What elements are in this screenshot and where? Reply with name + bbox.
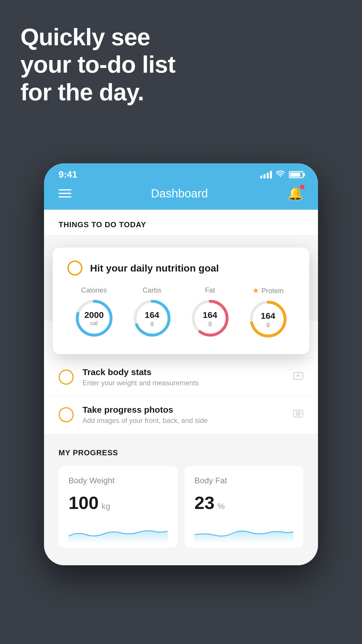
nutrition-fat: Fat 164 g xyxy=(190,286,231,340)
calories-value: 2000 xyxy=(84,310,104,320)
weight-value-row: 100 kg xyxy=(68,492,168,513)
nutrition-protein: ★ Protein 164 g xyxy=(248,286,289,340)
calories-unit: cal xyxy=(84,320,104,327)
header-title: Dashboard xyxy=(151,187,208,200)
headline: Quickly see your to-do list for the day. xyxy=(20,23,175,106)
menu-button[interactable] xyxy=(59,189,71,197)
carbs-label: Carbs xyxy=(143,286,161,294)
photo-icon xyxy=(293,408,303,421)
card-header: Hit your daily nutrition goal xyxy=(67,260,295,276)
todo-text-body-stats: Track body stats Enter your weight and m… xyxy=(82,367,293,387)
notification-dot xyxy=(300,185,305,189)
weight-number: 100 xyxy=(68,492,99,513)
todo-item-photos[interactable]: Take progress photos Add images of your … xyxy=(44,396,318,434)
battery-icon xyxy=(289,171,303,178)
phone-bottom xyxy=(44,548,318,565)
todo-text-photos: Take progress photos Add images of your … xyxy=(82,405,293,425)
progress-title: MY PROGRESS xyxy=(59,448,303,457)
fat-ring: 164 g xyxy=(190,298,231,339)
nutrition-carbs: Carbs 164 g xyxy=(132,286,173,340)
calories-ring: 2000 cal xyxy=(74,298,115,339)
weight-card-title: Body Weight xyxy=(68,476,168,485)
fat-number: 23 xyxy=(194,492,215,513)
weight-unit: kg xyxy=(101,502,110,511)
card-title: Hit your daily nutrition goal xyxy=(90,262,219,274)
fat-card-title: Body Fat xyxy=(194,476,294,485)
phone-frame: 9:41 Dashboard 🔔 TH xyxy=(44,163,318,565)
progress-card-fat[interactable]: Body Fat 23 % xyxy=(184,466,303,548)
fat-chart xyxy=(194,520,294,543)
scale-icon xyxy=(293,371,303,384)
photos-sub: Add images of your front, back, and side xyxy=(82,416,293,425)
carbs-ring: 164 g xyxy=(132,298,173,339)
fat-value: 164 xyxy=(203,310,217,320)
headline-line2: your to-do list xyxy=(20,51,175,78)
carbs-value: 164 xyxy=(145,310,159,320)
svg-point-12 xyxy=(297,413,299,414)
nutrition-card: Hit your daily nutrition goal Calories 2… xyxy=(53,248,309,354)
signal-icon xyxy=(260,171,272,178)
protein-label-row: ★ Protein xyxy=(252,286,284,295)
photos-circle xyxy=(59,407,74,422)
section-header: THINGS TO DO TODAY xyxy=(44,210,318,235)
status-icons xyxy=(260,170,303,179)
nutrition-calories: Calories 2000 cal xyxy=(74,286,115,340)
protein-label: Protein xyxy=(261,287,284,295)
headline-line1: Quickly see xyxy=(20,23,175,51)
body-stats-name: Track body stats xyxy=(82,367,293,377)
progress-section: MY PROGRESS Body Weight 100 kg xyxy=(44,434,318,548)
progress-card-weight[interactable]: Body Weight 100 kg xyxy=(59,466,178,548)
wifi-icon xyxy=(276,170,285,179)
status-bar: 9:41 xyxy=(44,163,318,183)
photos-name: Take progress photos xyxy=(82,405,293,415)
status-time: 9:41 xyxy=(59,169,77,180)
fat-value-row: 23 % xyxy=(194,492,294,513)
protein-value: 164 xyxy=(261,311,275,321)
fat-unit: % xyxy=(217,502,225,511)
phone-body: THINGS TO DO TODAY Hit your daily nutrit… xyxy=(44,210,318,565)
calories-label: Calories xyxy=(81,286,107,294)
todo-item-body-stats[interactable]: Track body stats Enter your weight and m… xyxy=(44,358,318,396)
app-header: Dashboard 🔔 xyxy=(44,183,318,210)
nutrition-grid: Calories 2000 cal Carbs xyxy=(67,286,295,340)
fat-unit: g xyxy=(203,320,217,327)
progress-cards: Body Weight 100 kg xyxy=(59,466,303,548)
section-title: THINGS TO DO TODAY xyxy=(59,220,303,229)
todo-circle-nutrition xyxy=(67,260,82,276)
svg-point-9 xyxy=(298,374,299,375)
protein-ring: 164 g xyxy=(248,299,289,340)
weight-chart xyxy=(68,520,168,543)
headline-line3: for the day. xyxy=(20,78,175,106)
body-stats-circle xyxy=(59,370,74,385)
protein-unit: g xyxy=(261,321,275,328)
fat-label: Fat xyxy=(205,286,215,294)
notification-bell-icon[interactable]: 🔔 xyxy=(287,186,303,201)
star-icon: ★ xyxy=(252,286,259,295)
body-stats-sub: Enter your weight and measurements xyxy=(82,379,293,387)
carbs-unit: g xyxy=(145,320,159,327)
